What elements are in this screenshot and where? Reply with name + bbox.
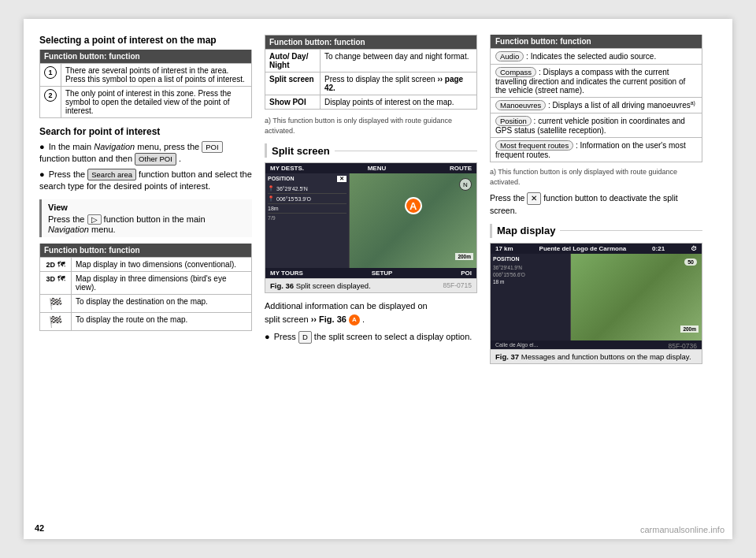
circle-1: 1 bbox=[44, 66, 57, 79]
coord2-val: 006°15'53.9'O bbox=[276, 196, 311, 202]
other-poi-button: Other POI bbox=[135, 153, 176, 165]
section1-heading: Selecting a point of interest on the map bbox=[39, 35, 252, 46]
compass-icon: N bbox=[459, 178, 472, 191]
split-info-text: Additional information can be displayed … bbox=[265, 299, 477, 326]
circle-a-marker: A bbox=[405, 197, 422, 214]
info-split-screen: split screen bbox=[265, 314, 311, 324]
left-column: Selecting a point of interest on the map… bbox=[39, 35, 252, 364]
split-screen-text: Press to display the split screen ›› pag… bbox=[321, 73, 477, 95]
show-poi-text: Display points of interest on the map. bbox=[321, 95, 477, 110]
bullet1-mid: function button and then bbox=[39, 154, 132, 163]
route-icon-cell: 🏁 bbox=[40, 312, 72, 330]
right-column: Function button: function Audio : Indica… bbox=[490, 35, 702, 364]
map-scale-badge: 200m bbox=[680, 326, 699, 333]
2d-label: 2D bbox=[46, 261, 57, 269]
map-dist-km: 17 km bbox=[495, 245, 513, 252]
bullet1-post: menu, press the bbox=[137, 142, 199, 151]
split-screen-figure: MY DESTS. MENU ROUTE POSITION ✕ 📍 3 bbox=[265, 162, 477, 293]
info-line1: Additional information can be displayed … bbox=[265, 301, 428, 311]
info-fig-ref: ›› Fig. 36 bbox=[311, 314, 349, 324]
section2-heading: Search for point of interest bbox=[39, 126, 252, 137]
dist-val: 18m bbox=[268, 206, 279, 211]
x-button: ✕ bbox=[527, 192, 541, 205]
circle-2: 2 bbox=[44, 89, 57, 102]
split-right-panel: A 200m N bbox=[350, 173, 476, 268]
split-content: POSITION ✕ 📍 36°29'42.5'N 📍 006°15'53.9'… bbox=[265, 173, 476, 268]
manoeuvres-text: : Displays a list of all driving manoeuv… bbox=[548, 101, 691, 110]
search-area-button: Search area bbox=[87, 169, 136, 180]
dest-icon: 🏁 bbox=[49, 297, 62, 310]
fig36-num: Fig. 36 bbox=[270, 281, 294, 290]
func-table-1-header: Function button: function bbox=[40, 50, 252, 64]
map-figure: 17 km Puente del Logo de Carmona 0:21 ⏱ … bbox=[490, 243, 702, 364]
auto-day-night-label: Auto/ Day/ Night bbox=[265, 50, 321, 73]
split-left-panel: POSITION ✕ 📍 36°29'42.5'N 📍 006°15'53.9'… bbox=[265, 173, 350, 268]
split-bullet-option: ● Press D the split screen to select a d… bbox=[265, 330, 477, 344]
map-heading-rule bbox=[490, 224, 492, 238]
map-time: 0:21 bbox=[652, 245, 665, 252]
manoeuvres-tag: Manoeuvres bbox=[495, 100, 546, 110]
close-x: ✕ bbox=[337, 176, 346, 182]
mid-footnote: a) This function button is only displaye… bbox=[265, 116, 477, 136]
func-table-2-header: Function button: function bbox=[40, 244, 252, 258]
map-bottom-bar: Calle de Algo el... 85F-0736 bbox=[491, 340, 702, 349]
d-button: D bbox=[298, 331, 312, 344]
view-text: Press the ▷ function button in the main … bbox=[48, 214, 246, 234]
heading-rule bbox=[265, 143, 267, 158]
fig37-caption: Messages and function buttons on the map… bbox=[521, 352, 691, 361]
mid-column: Function button: function Auto/ Day/ Nig… bbox=[265, 35, 477, 364]
row1-text: There are several points of interest in … bbox=[61, 64, 252, 87]
manoeuvres-row: Manoeuvres : Displays a list of all driv… bbox=[491, 98, 702, 113]
view-nav: Navigation bbox=[48, 225, 89, 234]
split-screen-section-heading: Split screen bbox=[265, 143, 477, 158]
fig37-num: Fig. 37 bbox=[495, 352, 519, 361]
bottom-poi: POI bbox=[461, 270, 472, 277]
map-content-area: POSITION 36°29'41.9'N 006°15'56.6'O 18 m… bbox=[491, 254, 702, 340]
right-func-table: Function button: function Audio : Indica… bbox=[490, 35, 702, 162]
bullet-2: ● Press the Search area function button … bbox=[39, 169, 252, 193]
mid-func-header: Function button: function bbox=[265, 35, 477, 50]
right-footnote: a) This function button is only displaye… bbox=[490, 167, 702, 187]
2d-map-icon: 🗺 bbox=[57, 260, 65, 269]
map-speed-badge: 50 bbox=[684, 259, 697, 266]
auto-day-night-text: To change between day and night format. bbox=[321, 50, 477, 73]
compass-tag: Compass bbox=[495, 67, 536, 77]
func-table-2: Function button: function 2D 🗺 Map displ… bbox=[39, 244, 252, 331]
3d-map-icon: 🗺 bbox=[57, 274, 65, 283]
view-box: View Press the ▷ function button in the … bbox=[39, 199, 252, 237]
split-bottom-bar: MY TOURS SETUP POI bbox=[265, 268, 476, 278]
map-dist-badge: 200m bbox=[455, 253, 473, 260]
bullet-section-1: ● In the main Navigation menu, press the… bbox=[39, 141, 252, 193]
map-time-icon: ⏱ bbox=[691, 245, 697, 252]
func-table-1: Function button: function 1 There are se… bbox=[39, 50, 252, 118]
view-title: View bbox=[48, 203, 246, 212]
audio-text: : Indicates the selected audio source. bbox=[526, 52, 656, 61]
bullet-1: ● In the main Navigation menu, press the… bbox=[39, 141, 252, 166]
map-fig-id: 85F-0736 bbox=[669, 342, 697, 350]
page-number: 42 bbox=[35, 523, 44, 533]
watermark: carmanualsonline.info bbox=[640, 525, 724, 534]
3d-label: 3D bbox=[46, 275, 57, 283]
split-heading-text: Split screen bbox=[272, 145, 330, 157]
show-poi-label: Show POI bbox=[265, 95, 321, 110]
nav-route: ROUTE bbox=[450, 165, 472, 172]
press-deactivate-line: Press the ✕ function button to deactivat… bbox=[490, 192, 702, 218]
bottom-mytours: MY TOURS bbox=[270, 270, 303, 277]
dist-row: 18m bbox=[268, 206, 346, 214]
map-nav-bar: 17 km Puente del Logo de Carmona 0:21 ⏱ bbox=[491, 244, 702, 254]
nav-menu: MENU bbox=[368, 165, 387, 172]
coord1-val: 36°29'42.5'N bbox=[276, 186, 308, 192]
map-left-dist: 18 m bbox=[493, 279, 568, 285]
split-fig-caption: Fig. 36 Split screen displayed. 85F-0715 bbox=[265, 278, 476, 292]
route-icon: 🏁 bbox=[49, 315, 62, 328]
play-button: ▷ bbox=[87, 214, 102, 225]
row1-num: 1 bbox=[40, 64, 61, 87]
3d-icon-cell: 3D 🗺 bbox=[40, 271, 72, 294]
map-bottom-text: Calle de Algo el... bbox=[495, 342, 538, 348]
dest-icon-cell: 🏁 bbox=[40, 294, 72, 312]
3d-text: Map display in three dimensions (bird's … bbox=[72, 271, 252, 294]
right-func-header: Function button: function bbox=[491, 35, 702, 49]
row2-num: 2 bbox=[40, 87, 61, 118]
frequent-routes-tag: Most frequent routes bbox=[495, 140, 573, 151]
bullet1-nav: Navigation bbox=[94, 142, 135, 151]
